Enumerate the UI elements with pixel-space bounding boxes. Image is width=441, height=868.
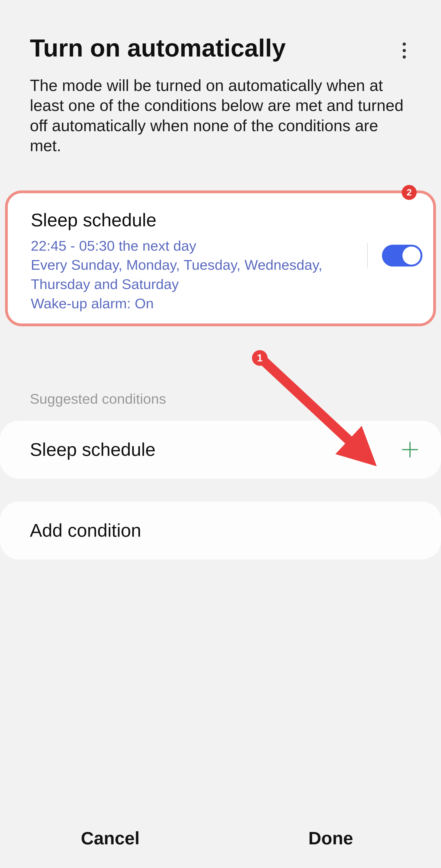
svg-point-0 (403, 42, 406, 46)
annotation-badge-1: 1 (257, 352, 262, 364)
kebab-menu-icon (402, 42, 406, 59)
suggested-conditions-label: Suggested conditions (0, 391, 441, 407)
bottom-action-bar: Cancel Done (0, 808, 441, 868)
more-options-button[interactable] (397, 44, 411, 57)
annotation-badge-2: 2 (402, 185, 417, 200)
plus-icon (402, 442, 418, 458)
divider (367, 243, 368, 268)
page-title: Turn on automatically (30, 34, 286, 62)
add-condition-label: Add condition (30, 520, 141, 541)
condition-title: Sleep schedule (31, 210, 415, 231)
sleep-schedule-toggle[interactable] (382, 245, 422, 267)
suggested-sleep-schedule-item[interactable]: Sleep schedule (0, 421, 441, 478)
suggested-item-label: Sleep schedule (30, 439, 156, 460)
sleep-schedule-condition-card[interactable]: 2 Sleep schedule 22:45 - 05:30 the next … (5, 190, 436, 326)
cancel-button[interactable]: Cancel (0, 808, 220, 868)
add-condition-item[interactable]: Add condition (0, 501, 441, 559)
condition-alarm-line: Wake-up alarm: On (31, 294, 325, 313)
toggle-knob (402, 247, 420, 265)
condition-time-line: 22:45 - 05:30 the next day (31, 236, 325, 255)
svg-point-2 (403, 55, 406, 59)
done-button[interactable]: Done (220, 808, 441, 868)
svg-point-7 (252, 350, 267, 366)
page-description: The mode will be turned on automatically… (0, 62, 441, 156)
condition-days-line: Every Sunday, Monday, Tuesday, Wednesday… (31, 255, 325, 293)
svg-point-1 (403, 49, 406, 52)
